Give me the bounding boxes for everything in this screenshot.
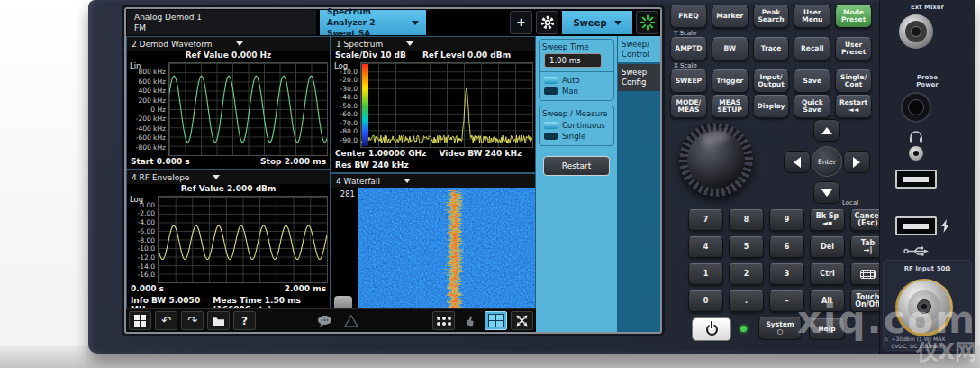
undo-button[interactable]: ↶ — [155, 311, 177, 330]
tab-title: Spectrum Analyzer 2 — [327, 6, 406, 28]
power-button[interactable] — [692, 317, 731, 341]
waterfall-window-selector[interactable]: 4 Waterfall — [331, 174, 535, 188]
key-8[interactable]: 8 — [729, 209, 764, 231]
busy-indicator-icon — [636, 11, 658, 34]
key-ctrl[interactable]: Ctrl — [810, 263, 845, 285]
display-button[interactable]: Display — [753, 95, 790, 118]
enter-button[interactable]: Enter — [812, 146, 842, 177]
sweep-hw-button[interactable]: SWEEP — [670, 69, 707, 93]
envelope-plot[interactable] — [158, 196, 328, 283]
restart-soft-button[interactable]: Restart — [543, 156, 610, 176]
user-preset-button[interactable]: User Preset — [835, 37, 872, 60]
envelope-start-label: 0.000 s — [131, 284, 164, 296]
arrow-down-button[interactable] — [813, 181, 840, 204]
bw-button[interactable]: BW — [712, 37, 749, 60]
spectrum-ref-level: Ref Level 0.00 dBm — [422, 51, 511, 62]
y-scale-group-label: Y Scale — [674, 30, 696, 37]
apps-grid-button[interactable] — [432, 311, 455, 330]
demod-start-label: Start 0.000 s — [131, 157, 190, 169]
key-9[interactable]: 9 — [769, 209, 804, 231]
key-decimal[interactable]: . — [729, 290, 764, 312]
key-0[interactable]: 0 — [688, 290, 723, 312]
envelope-trace — [159, 197, 327, 282]
sweep-continuous-option[interactable]: Continuous — [542, 120, 611, 131]
hardware-key-panel: FREQ Marker Peak Search User Menu Mode P… — [665, 0, 877, 354]
system-button[interactable]: System ○ — [758, 317, 802, 340]
arrow-up-button[interactable] — [813, 119, 840, 142]
numeric-keypad: 7 8 9 Bk Sp ◄▪ Cancel (Esc) 4 5 6 Del Ta… — [688, 209, 885, 312]
down-triangle-icon — [821, 189, 832, 197]
key-7[interactable]: 7 — [688, 209, 723, 231]
sweep-time-value[interactable]: 1.00 ms — [544, 53, 602, 68]
subtab-sweep-control[interactable]: Sweep/ Control — [618, 36, 660, 62]
key-5[interactable]: 5 — [729, 236, 764, 258]
marker-button[interactable]: Marker — [712, 5, 749, 28]
bottom-toolbar: ↶ ↷ ? — [126, 308, 536, 332]
key-backspace[interactable]: Bk Sp ◄▪ — [810, 209, 845, 231]
key-4[interactable]: 4 — [688, 236, 723, 258]
demod-window-selector[interactable]: 2 Demod Waveform — [127, 37, 330, 51]
demod-plot[interactable] — [168, 62, 328, 156]
menu-subtabs: Sweep/ Control Sweep Config — [617, 36, 660, 332]
subtab-sweep-config[interactable]: Sweep Config — [618, 64, 660, 90]
menu-title[interactable]: Sweep — [562, 11, 632, 34]
redo-button[interactable]: ↷ — [181, 311, 204, 330]
spectrum-plot[interactable] — [360, 62, 533, 148]
sweep-single-option[interactable]: Single — [542, 131, 611, 142]
demod-y-axis: Lin 800 kHz600 kHz400 kHz200 kHz0 Hz-200… — [127, 62, 168, 156]
rotary-knob[interactable] — [679, 123, 753, 197]
quad-layout-button[interactable] — [485, 311, 507, 330]
file-explorer-button[interactable] — [207, 311, 230, 330]
window-demod-waveform: 2 Demod Waveform Ref Value 0.000 Hz Lin … — [126, 36, 331, 170]
key-2[interactable]: 2 — [729, 263, 764, 285]
mode-preset-button[interactable]: Mode Preset — [835, 5, 872, 28]
save-button[interactable]: Save — [794, 69, 830, 93]
help-hw-button[interactable]: Help — [809, 318, 845, 340]
sweep-time-man-option[interactable]: Man — [542, 86, 611, 97]
window-waterfall: 4 Waterfall 281 — [331, 173, 536, 308]
peak-search-button[interactable]: Peak Search — [753, 5, 790, 28]
trace-button[interactable]: Trace — [753, 37, 790, 60]
single-cont-button[interactable]: Single/ Cont — [835, 69, 872, 93]
photo-background: Analog Demod 1 FM Spectrum Analyzer 2 Sw… — [0, 0, 980, 368]
key-1[interactable]: 1 — [688, 263, 723, 285]
recall-button[interactable]: Recall — [794, 37, 830, 60]
alert-triangle-icon — [340, 311, 362, 330]
meas-setup-button[interactable]: MEAS SETUP — [712, 95, 749, 118]
key-alt[interactable]: Alt — [810, 290, 845, 312]
settings-gear-button[interactable] — [536, 11, 558, 34]
key-3[interactable]: 3 — [769, 263, 804, 285]
quick-save-button[interactable]: Quick Save — [794, 95, 830, 118]
envelope-window-selector[interactable]: 4 RF Envelope — [127, 170, 330, 184]
arrow-left-button[interactable] — [784, 151, 811, 173]
auto-label: Auto — [562, 76, 580, 85]
key-6[interactable]: 6 — [769, 236, 804, 258]
fullscreen-button[interactable] — [511, 311, 533, 330]
envelope-ref-value: Ref Value 2.000 dBm — [127, 184, 330, 196]
spectrum-window-selector[interactable]: 1 Spectrum — [331, 37, 535, 51]
touchscreen: Analog Demod 1 FM Spectrum Analyzer 2 Sw… — [126, 9, 660, 332]
trigger-button[interactable]: Trigger — [712, 69, 749, 93]
freq-button[interactable]: FREQ — [670, 5, 707, 28]
spectrum-res-bw: Res BW 240 kHz — [335, 161, 409, 172]
continuous-label: Continuous — [562, 121, 605, 130]
chevron-down-icon — [412, 21, 419, 25]
key-del[interactable]: Del — [810, 236, 845, 258]
amptd-button[interactable]: AMPTD — [670, 37, 707, 60]
mode-meas-button[interactable]: MODE/ MEAS — [670, 95, 707, 118]
help-button[interactable]: ? — [233, 311, 256, 330]
input-output-button[interactable]: Input/ Output — [753, 69, 790, 93]
arrow-right-button[interactable] — [843, 151, 870, 173]
envelope-y-axis: Log 0.00-2.00-4.00-6.00-8.00-10.0-12.0-1… — [127, 196, 158, 283]
windows-start-button[interactable] — [129, 311, 151, 330]
restart-hw-button[interactable]: Restart ◄◄ — [835, 95, 872, 118]
tab-spectrum-analyzer[interactable]: Spectrum Analyzer 2 Swept SA — [320, 10, 426, 35]
envelope-info-bw: Info BW 5.0050 MHz — [131, 296, 200, 308]
add-window-button[interactable]: + — [510, 11, 532, 34]
tab-analog-demod[interactable]: Analog Demod 1 FM — [127, 10, 316, 35]
waterfall-scroll-handle[interactable] — [334, 296, 352, 308]
waterfall-image[interactable] — [358, 188, 535, 308]
sweep-time-auto-option[interactable]: Auto — [542, 75, 611, 86]
user-menu-button[interactable]: User Menu — [794, 5, 830, 28]
key-minus[interactable]: – — [769, 290, 804, 312]
